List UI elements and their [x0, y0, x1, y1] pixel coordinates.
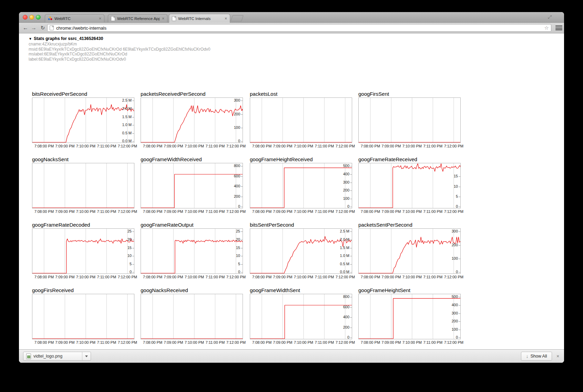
mac-close-button[interactable]	[23, 15, 28, 20]
chart-title: packetsReceivedPerSecond	[141, 91, 243, 97]
y-axis-tick-label: 1.0 M	[122, 123, 132, 127]
y-axis-tick-mark	[350, 183, 352, 183]
x-axis-tick-label: 7:08:00 PM	[34, 275, 54, 279]
y-axis-tick-mark	[132, 109, 134, 109]
y-axis-tick-label: 400	[343, 315, 349, 319]
chart-plot-area: 2.5 M2.0 M1.5 M1.0 M0.5 M0.0 M	[250, 228, 352, 274]
screen-background: WebRTC × WebRTC Reference App × WebRTC I…	[0, 0, 583, 392]
y-axis-tick-label: 0	[347, 335, 349, 339]
x-axis-tick-label: 7:12:00 PM	[226, 275, 246, 279]
y-axis-tick-mark	[459, 176, 460, 177]
chart-bitsReceivedPerSecond: bitsReceivedPerSecond2.5 M2.0 M1.5 M1.0 …	[32, 91, 134, 97]
x-axis-tick-label: 7:08:00 PM	[361, 144, 380, 148]
tab-webrtc[interactable]: WebRTC ×	[45, 14, 104, 22]
y-axis-tick-label: 0.0 M	[122, 139, 132, 143]
y-axis-tick-mark	[241, 128, 243, 128]
chart-title: googFrameWidthSent	[250, 288, 352, 294]
x-axis-tick-label: 7:09:00 PM	[381, 144, 401, 148]
chart-series-line	[32, 239, 134, 273]
x-axis-tick-label: 7:10:00 PM	[185, 209, 204, 214]
download-options-dropdown[interactable]	[82, 352, 91, 360]
chrome-menu-icon[interactable]	[555, 25, 562, 31]
y-axis-tick-mark	[350, 190, 352, 191]
chart-series-line	[32, 104, 134, 142]
chart-googFirsReceived: googFirsReceived7:08:00 PM7:09:00 PM7:10…	[32, 288, 134, 294]
y-axis-tick-mark	[459, 313, 460, 314]
y-axis-tick-mark	[241, 240, 243, 240]
window-resize-icon[interactable]: ⤢	[548, 14, 552, 20]
x-axis-tick-label: 7:11:00 PM	[423, 144, 442, 148]
tab-webrtc-internals[interactable]: WebRTC Internals ×	[169, 14, 230, 23]
x-axis-tick-label: 7:10:00 PM	[76, 144, 95, 148]
chart-googFrameRateDecoded: googFrameRateDecoded25201510507:08:00 PM…	[32, 222, 134, 228]
y-axis-tick-mark	[459, 321, 460, 322]
show-all-downloads-button[interactable]: ↓ Show All	[521, 352, 552, 361]
downloaded-file-button[interactable]: vidtel_logo.png	[23, 352, 91, 361]
webrtc-internals-page: ▼Stats graphs for ssrc_4136526430 cname:…	[19, 33, 564, 363]
x-axis-tick-label: 7:10:00 PM	[76, 340, 95, 344]
mac-minimize-button[interactable]	[29, 15, 34, 20]
x-axis-tick-label: 7:09:00 PM	[164, 275, 183, 279]
y-axis-tick-label: 800	[343, 295, 349, 299]
chart-series-line	[250, 168, 352, 208]
mac-zoom-button[interactable]	[36, 15, 41, 20]
page-favicon-icon	[172, 16, 176, 21]
y-axis-tick-mark	[459, 272, 460, 272]
y-axis-tick-mark	[350, 199, 352, 199]
x-axis-tick-label: 7:12:00 PM	[118, 209, 137, 214]
x-axis-tick-label: 7:09:00 PM	[381, 209, 401, 214]
x-axis-tick-label: 7:10:00 PM	[294, 209, 313, 214]
y-axis-tick-mark	[350, 207, 352, 207]
chart-googFrameRateOutput: googFrameRateOutput25201510507:08:00 PM7…	[141, 222, 243, 228]
stats-charts-grid: bitsReceivedPerSecond2.5 M2.0 M1.5 M1.0 …	[19, 33, 564, 363]
webrtc-logo-icon	[48, 16, 52, 21]
tab-close-icon[interactable]: ×	[99, 17, 101, 20]
x-axis-tick-label: 7:08:00 PM	[34, 144, 54, 148]
x-axis-tick-label: 7:10:00 PM	[294, 340, 313, 344]
chart-plot-area: 5004003002001000	[250, 163, 352, 208]
chart-series-line	[250, 236, 352, 273]
tab-close-icon[interactable]: ×	[162, 17, 164, 20]
chart-title: googFrameHeightSent	[358, 288, 461, 294]
chart-plot-area: 3002001000	[141, 97, 243, 143]
bookmark-star-icon[interactable]: ☆	[544, 25, 549, 31]
x-axis-tick-label: 7:08:00 PM	[361, 340, 380, 344]
x-axis-tick-label: 7:08:00 PM	[252, 340, 272, 344]
x-axis-tick-label: 7:10:00 PM	[185, 340, 204, 344]
x-axis-tick-label: 7:10:00 PM	[402, 340, 422, 344]
chart-title: googNacksReceived	[141, 288, 243, 294]
x-axis-tick-label: 7:12:00 PM	[444, 340, 463, 344]
chart-plot-area	[358, 97, 461, 143]
x-axis-tick-label: 7:10:00 PM	[76, 209, 95, 214]
y-axis-tick-label: 2.0 M	[122, 106, 132, 111]
y-axis-tick-label: 0	[238, 139, 240, 143]
chart-series-line	[250, 305, 352, 339]
address-bar[interactable]: chrome://webrtc-internals ☆	[47, 24, 551, 32]
forward-button[interactable]: →	[30, 24, 38, 32]
tab-label: WebRTC Internals	[178, 17, 223, 21]
back-button[interactable]: ←	[22, 24, 29, 32]
y-axis-tick-mark	[350, 307, 352, 308]
y-axis-tick-mark	[459, 207, 460, 207]
x-axis-tick-label: 7:08:00 PM	[361, 209, 380, 214]
y-axis-tick-label: 400	[343, 172, 349, 176]
y-axis-tick-label: 100	[234, 125, 240, 130]
x-axis-tick-label: 7:10:00 PM	[402, 144, 422, 148]
tab-close-icon[interactable]: ×	[225, 17, 227, 20]
chart-plot-area: 2.5 M2.0 M1.5 M1.0 M0.5 M0.0 M	[32, 97, 134, 143]
y-axis-tick-label: 600	[234, 174, 240, 178]
chart-googNacksSent: googNacksSent7:08:00 PM7:09:00 PM7:10:00…	[32, 157, 134, 163]
y-axis-tick-label: 200	[452, 319, 458, 323]
reload-button[interactable]: ↻	[39, 24, 47, 32]
y-axis-tick-label: 0	[238, 204, 240, 208]
chart-title: bitsReceivedPerSecond	[32, 91, 134, 97]
y-axis-tick-label: 500	[343, 164, 349, 168]
x-axis-tick-label: 7:11:00 PM	[315, 340, 334, 344]
downloads-bar-close-icon[interactable]: ×	[556, 354, 559, 359]
chart-plot-area	[32, 163, 134, 208]
x-axis-tick-label: 7:10:00 PM	[185, 275, 204, 279]
y-axis-tick-label: 0	[130, 270, 132, 274]
new-tab-button[interactable]	[231, 15, 244, 21]
y-axis-tick-label: 200	[234, 194, 240, 198]
tab-webrtc-reference-app[interactable]: WebRTC Reference App ×	[108, 14, 167, 22]
